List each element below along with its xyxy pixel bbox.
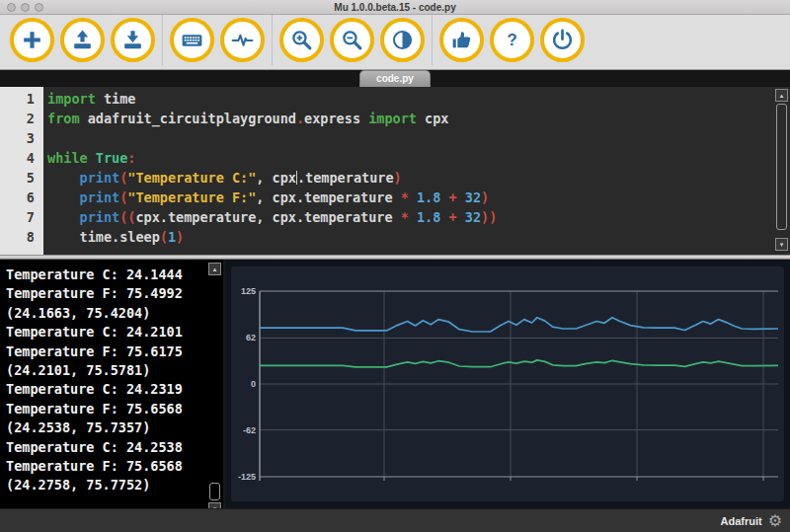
svg-text:-62: -62 <box>243 425 256 435</box>
window-controls <box>7 3 43 12</box>
code-line[interactable]: 1import time <box>0 89 790 109</box>
code-line[interactable]: 2from adafruit_circuitplayground.express… <box>0 109 790 128</box>
svg-text:62: 62 <box>246 333 256 342</box>
minimize-button[interactable] <box>21 3 30 12</box>
serial-console-pane[interactable]: Temperature C: 24.1444Temperature F: 75.… <box>0 260 223 508</box>
serial-console-output[interactable]: Temperature C: 24.1444Temperature F: 75.… <box>0 260 223 495</box>
check-button[interactable] <box>439 18 484 62</box>
editor-scrollbar-thumb[interactable] <box>776 104 787 230</box>
line-code: time.sleep(1) <box>43 227 184 247</box>
console-line: Temperature F: 75.6568 <box>6 457 223 476</box>
console-line: Temperature C: 24.2101 <box>6 323 223 342</box>
line-number: 4 <box>0 148 43 168</box>
svg-text:0: 0 <box>251 379 256 389</box>
line-code: import time <box>43 89 135 109</box>
line-number: 3 <box>0 128 43 148</box>
bottom-panes: Temperature C: 24.1444Temperature F: 75.… <box>0 260 790 508</box>
status-bar: Adafruit ⚙ <box>0 508 790 532</box>
zoom-in-button[interactable] <box>279 18 324 62</box>
window-title: Mu 1.0.0.beta.15 - code.py <box>334 2 455 13</box>
tab-bar: code.py <box>0 70 790 87</box>
line-number: 7 <box>0 207 43 227</box>
console-line: Temperature F: 75.6175 <box>6 342 223 361</box>
editor-scroll-down-icon[interactable]: ▾ <box>775 238 788 251</box>
download-icon <box>120 28 145 52</box>
close-button[interactable] <box>7 3 16 12</box>
editor-scroll-up-icon[interactable]: ▴ <box>775 89 788 102</box>
console-scroll-up-icon[interactable]: ▴ <box>208 263 221 275</box>
code-line[interactable]: 6 print("Temperature F:", cpx.temperatur… <box>0 188 790 207</box>
toolbar-group <box>163 18 272 62</box>
plotter-button[interactable] <box>220 18 265 62</box>
console-line: Temperature C: 24.2319 <box>6 380 223 399</box>
code-line[interactable]: 8 time.sleep(1) <box>0 227 790 247</box>
svg-text:?: ? <box>507 31 516 49</box>
question-icon: ? <box>500 28 524 52</box>
line-code: print("Temperature F:", cpx.temperature … <box>43 188 489 207</box>
code-content[interactable]: 1import time2from adafruit_circuitplaygr… <box>0 87 790 247</box>
line-code: from adafruit_circuitplayground.express … <box>43 109 448 128</box>
console-line: (24.2758, 75.7752) <box>6 476 223 494</box>
toolbar-group: ? <box>433 18 592 62</box>
plotter-chart: 125620-62-125 <box>225 260 790 508</box>
console-line: Temperature C: 24.1444 <box>6 266 223 284</box>
code-line[interactable]: 4while True: <box>0 148 790 168</box>
device-mode-label: Adafruit <box>720 515 761 527</box>
console-line: (24.2538, 75.7357) <box>6 418 223 437</box>
settings-gear-icon[interactable]: ⚙ <box>768 513 782 529</box>
line-code: print("Temperature C:", cpx.temperature) <box>43 168 402 188</box>
plotter-pane: 125620-62-125 <box>225 260 790 508</box>
line-number: 8 <box>0 227 43 247</box>
line-code: while True: <box>43 148 135 168</box>
console-line: Temperature C: 24.2538 <box>6 438 223 457</box>
console-scroll-down-icon[interactable]: ▾ <box>208 502 221 508</box>
code-line[interactable]: 5 print("Temperature C:", cpx.temperatur… <box>0 168 790 188</box>
console-line: Temperature F: 75.6568 <box>6 400 223 418</box>
load-button[interactable] <box>60 18 105 62</box>
thumbs-up-icon <box>449 28 474 52</box>
code-editor[interactable]: 1import time2from adafruit_circuitplaygr… <box>0 87 790 255</box>
plus-icon <box>20 28 44 52</box>
toolbar-group <box>3 18 162 62</box>
console-line: (24.2101, 75.5781) <box>6 361 223 380</box>
svg-text:-125: -125 <box>238 472 256 482</box>
theme-button[interactable] <box>380 18 425 62</box>
line-number: 5 <box>0 168 43 188</box>
help-button[interactable]: ? <box>490 18 534 62</box>
serial-repl-button[interactable] <box>170 18 214 62</box>
power-icon <box>550 28 575 52</box>
tab-code-py[interactable]: code.py <box>359 70 431 87</box>
line-number: 2 <box>0 109 43 128</box>
console-line: (24.1663, 75.4204) <box>6 304 223 323</box>
zoom-out-button[interactable] <box>330 18 374 62</box>
console-scrollbar-thumb[interactable] <box>209 483 220 500</box>
code-line[interactable]: 3 <box>0 128 790 148</box>
keyboard-icon <box>180 28 204 52</box>
line-number: 1 <box>0 89 43 109</box>
console-line: Temperature F: 75.4992 <box>6 284 223 303</box>
title-bar: Mu 1.0.0.beta.15 - code.py <box>0 0 790 15</box>
zoom-window-button[interactable] <box>35 3 43 12</box>
save-button[interactable] <box>111 18 155 62</box>
line-code <box>43 128 47 148</box>
code-line[interactable]: 7 print((cpx.temperature, cpx.temperatur… <box>0 207 790 227</box>
toolbar-group <box>273 18 432 62</box>
svg-text:125: 125 <box>241 286 256 296</box>
line-number: 6 <box>0 188 43 207</box>
new-button[interactable] <box>10 18 54 62</box>
toolbar: ? <box>0 15 790 70</box>
waveform-icon <box>230 28 255 52</box>
upload-icon <box>70 28 95 52</box>
magnifier-minus-icon <box>340 28 364 52</box>
quit-button[interactable] <box>540 18 585 62</box>
contrast-icon <box>390 28 415 52</box>
magnifier-plus-icon <box>289 28 314 52</box>
mu-editor-window: Mu 1.0.0.beta.15 - code.py ? code.py 1im… <box>0 0 790 532</box>
line-code: print((cpx.temperature, cpx.temperature … <box>43 207 497 227</box>
